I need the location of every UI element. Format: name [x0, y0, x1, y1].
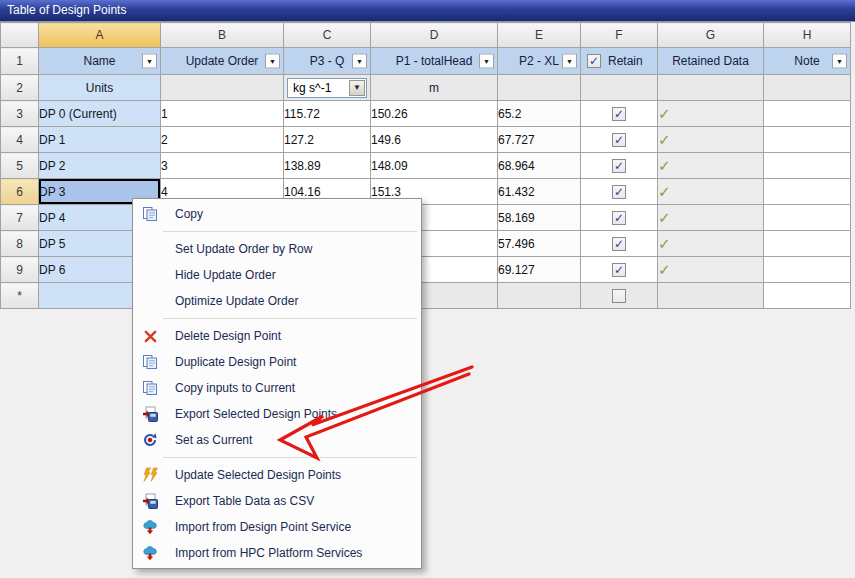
header-p3-q[interactable]: P3 - Q: [284, 48, 371, 75]
table-row-dp4: 7 DP 4 58.169 ✓ ✓: [1, 205, 851, 231]
retain-all-checkbox[interactable]: ✓: [587, 54, 601, 68]
row-number[interactable]: 5: [1, 153, 39, 179]
row-number[interactable]: 6: [1, 179, 39, 205]
units-row: 2 Units kg s^-1 m: [1, 75, 851, 101]
row-number-2[interactable]: 2: [1, 75, 39, 101]
dropdown-icon[interactable]: [142, 54, 157, 69]
row-number[interactable]: *: [1, 283, 39, 309]
retain-checkbox[interactable]: ✓: [612, 237, 626, 251]
cell-head[interactable]: 149.6: [371, 127, 498, 153]
cell-note[interactable]: [764, 205, 851, 231]
menu-item-copy-inputs-to-current[interactable]: Copy inputs to Current: [133, 375, 421, 401]
cell-note[interactable]: [764, 153, 851, 179]
retain-checkbox[interactable]: [612, 289, 626, 303]
cell-head[interactable]: 150.26: [371, 101, 498, 127]
column-header-e[interactable]: E: [498, 23, 581, 48]
cell-note[interactable]: [764, 283, 851, 309]
menu-item-optimize-update-order[interactable]: Optimize Update Order: [133, 288, 421, 314]
cell-update-order[interactable]: 1: [161, 101, 284, 127]
retain-checkbox[interactable]: ✓: [612, 211, 626, 225]
column-header-h[interactable]: H: [764, 23, 851, 48]
menu-item-set-update-order-by-row[interactable]: Set Update Order by Row: [133, 236, 421, 262]
menu-item-set-as-current[interactable]: Set as Current: [133, 427, 421, 453]
cell-q[interactable]: 115.72: [284, 101, 371, 127]
copy-icon: [141, 205, 159, 223]
menu-item-import-design-point-service[interactable]: Import from Design Point Service: [133, 514, 421, 540]
menu-item-copy[interactable]: Copy: [133, 201, 421, 227]
cell-q[interactable]: 138.89: [284, 153, 371, 179]
cell-note[interactable]: [764, 231, 851, 257]
dropdown-icon[interactable]: [265, 54, 280, 69]
header-name[interactable]: Name: [39, 48, 161, 75]
cell-note[interactable]: [764, 257, 851, 283]
retain-checkbox[interactable]: ✓: [612, 263, 626, 277]
column-header-g[interactable]: G: [658, 23, 764, 48]
head-unit-cell: m: [371, 75, 498, 101]
cell-name[interactable]: DP 2: [39, 153, 161, 179]
units-label-cell: Units: [39, 75, 161, 101]
menu-item-delete-design-point[interactable]: Delete Design Point: [133, 323, 421, 349]
column-header-b[interactable]: B: [161, 23, 284, 48]
retained-check-icon: ✓: [658, 261, 671, 278]
menu-item-hide-update-order[interactable]: Hide Update Order: [133, 262, 421, 288]
dropdown-icon[interactable]: [832, 54, 847, 69]
cell-head[interactable]: 148.09: [371, 153, 498, 179]
table-row-new: *: [1, 283, 851, 309]
retain-checkbox[interactable]: ✓: [612, 159, 626, 173]
header-update-order[interactable]: Update Order: [161, 48, 284, 75]
cell-xl[interactable]: 68.964: [498, 153, 581, 179]
header-retain[interactable]: ✓Retain: [581, 48, 658, 75]
header-note[interactable]: Note: [764, 48, 851, 75]
row-number[interactable]: 4: [1, 127, 39, 153]
header-p2-xl[interactable]: P2 - XL: [498, 48, 581, 75]
design-points-table: A B C D E F G H 1 Name Update Order P3 -…: [0, 22, 851, 309]
column-header-d[interactable]: D: [371, 23, 498, 48]
row-number[interactable]: 7: [1, 205, 39, 231]
cell-xl[interactable]: 67.727: [498, 127, 581, 153]
column-header-a[interactable]: A: [39, 23, 161, 48]
menu-item-duplicate-design-point[interactable]: Duplicate Design Point: [133, 349, 421, 375]
cell-note[interactable]: [764, 101, 851, 127]
cell-note[interactable]: [764, 127, 851, 153]
row-number[interactable]: 3: [1, 101, 39, 127]
units-dropdown[interactable]: kg s^-1: [287, 78, 367, 98]
panel-title: Table of Design Points: [7, 3, 126, 17]
dropdown-icon[interactable]: [562, 54, 577, 69]
menu-item-update-selected-design-points[interactable]: Update Selected Design Points: [133, 462, 421, 488]
header-retained-data[interactable]: Retained Data: [658, 48, 764, 75]
dropdown-icon[interactable]: [352, 54, 367, 69]
cell-update-order[interactable]: 2: [161, 127, 284, 153]
retained-check-icon: ✓: [658, 131, 671, 148]
q-unit-cell: kg s^-1: [284, 75, 371, 101]
corner-cell[interactable]: [1, 23, 39, 48]
cell-xl[interactable]: 57.496: [498, 231, 581, 257]
row-number[interactable]: 9: [1, 257, 39, 283]
cell-xl[interactable]: 69.127: [498, 257, 581, 283]
menu-item-import-hpc-platform-services[interactable]: Import from HPC Platform Services: [133, 540, 421, 566]
cell-q[interactable]: 127.2: [284, 127, 371, 153]
cell-note[interactable]: [764, 179, 851, 205]
table-row-dp5: 8 DP 5 57.496 ✓ ✓: [1, 231, 851, 257]
menu-separator: [163, 457, 417, 458]
column-header-f[interactable]: F: [581, 23, 658, 48]
cell-xl[interactable]: 65.2: [498, 101, 581, 127]
combo-dropdown-icon[interactable]: [349, 80, 365, 96]
retained-check-icon: ✓: [658, 105, 671, 122]
dropdown-icon[interactable]: [479, 54, 494, 69]
row-number[interactable]: 8: [1, 231, 39, 257]
cell-update-order[interactable]: 3: [161, 153, 284, 179]
menu-item-export-table-data-csv[interactable]: Export Table Data as CSV: [133, 488, 421, 514]
retain-checkbox[interactable]: ✓: [612, 107, 626, 121]
retain-checkbox[interactable]: ✓: [612, 133, 626, 147]
row-number-1[interactable]: 1: [1, 48, 39, 75]
cell-name[interactable]: DP 0 (Current): [39, 101, 161, 127]
cell-xl[interactable]: 58.169: [498, 205, 581, 231]
cloud-import-icon: [141, 544, 159, 562]
cell-name[interactable]: DP 1: [39, 127, 161, 153]
menu-item-export-selected-design-points[interactable]: Export Selected Design Points: [133, 401, 421, 427]
column-header-c[interactable]: C: [284, 23, 371, 48]
delete-icon: [141, 327, 159, 345]
retain-checkbox[interactable]: ✓: [612, 185, 626, 199]
header-p1-totalhead[interactable]: P1 - totalHead: [371, 48, 498, 75]
cell-xl[interactable]: 61.432: [498, 179, 581, 205]
